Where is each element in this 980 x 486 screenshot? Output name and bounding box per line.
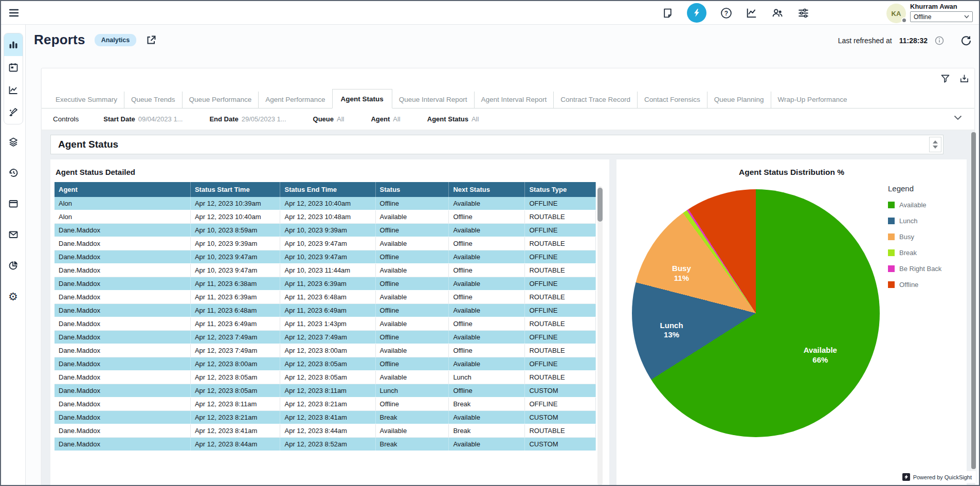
- legend-item-available[interactable]: Available: [888, 201, 965, 209]
- pie-chart[interactable]: Busy11% Lunch13% Available66%: [632, 189, 880, 437]
- table-row[interactable]: Dane.MaddoxApr 10, 2023 9:39amApr 10, 20…: [55, 237, 596, 250]
- table-cell: Lunch: [375, 384, 449, 398]
- column-header-status-end-time[interactable]: Status End Time: [280, 182, 375, 197]
- tab-executive-summary[interactable]: Executive Summary: [49, 92, 124, 108]
- table-row[interactable]: Dane.MaddoxApr 10, 2023 9:47amApr 10, 20…: [55, 250, 596, 264]
- controls-expand-icon[interactable]: [954, 115, 962, 120]
- section-spinner[interactable]: [929, 137, 941, 152]
- table-scrollbar-thumb[interactable]: [597, 188, 603, 222]
- tab-queue-interval-report[interactable]: Queue Interval Report: [392, 92, 474, 108]
- legend-label: Lunch: [899, 217, 917, 225]
- legend-item-busy[interactable]: Busy: [888, 233, 965, 241]
- hamburger-menu-icon[interactable]: [8, 7, 20, 19]
- table-cell: Offline: [449, 264, 525, 277]
- table-cell: Available: [375, 237, 449, 250]
- tab-queue-trends[interactable]: Queue Trends: [124, 92, 182, 108]
- last-refreshed-time: 11:28:32: [899, 37, 928, 45]
- note-icon[interactable]: [661, 7, 674, 19]
- sidebar-item-line-chart[interactable]: [4, 79, 23, 101]
- table-row[interactable]: Dane.MaddoxApr 11, 2023 6:49amApr 11, 20…: [55, 317, 596, 331]
- sidebar-item-history[interactable]: [4, 161, 23, 184]
- tab-contract-trace-record[interactable]: Contract Trace Record: [553, 92, 637, 108]
- table-cell: Alon: [55, 210, 190, 224]
- table-row[interactable]: Dane.MaddoxApr 12, 2023 8:05amApr 12, 20…: [55, 384, 596, 398]
- column-header-next-status[interactable]: Next Status: [449, 182, 525, 197]
- section-title: Agent Status: [58, 139, 118, 150]
- help-icon[interactable]: ?: [720, 7, 732, 19]
- sidebar-item-window[interactable]: [4, 192, 23, 215]
- control-agent[interactable]: AgentAll: [371, 115, 400, 123]
- sidebar-item-settings[interactable]: ⚙: [4, 285, 23, 308]
- sidebar-item-pie-chart[interactable]: [4, 254, 23, 277]
- window-scrollbar-thumb[interactable]: [971, 132, 976, 469]
- control-agent-status[interactable]: Agent StatusAll: [427, 115, 479, 123]
- sidebar-item-calendar[interactable]: [4, 56, 23, 79]
- table-cell: Apr 12, 2023 7:49am: [190, 331, 280, 344]
- pie-label-busy: Busy11%: [672, 264, 691, 283]
- table-row[interactable]: Dane.MaddoxApr 12, 2023 7:49amApr 12, 20…: [55, 344, 596, 357]
- table-row[interactable]: Dane.MaddoxApr 10, 2023 9:47amApr 10, 20…: [55, 264, 596, 277]
- presence-select[interactable]: Offline: [910, 11, 973, 22]
- sidebar-item-layers[interactable]: [4, 131, 23, 153]
- metrics-chart-icon[interactable]: [746, 7, 758, 19]
- realtime-metrics-icon[interactable]: [687, 3, 706, 23]
- tab-agent-interval-report[interactable]: Agent Interval Report: [474, 92, 554, 108]
- table-row[interactable]: Dane.MaddoxApr 12, 2023 7:49amApr 12, 20…: [55, 331, 596, 344]
- sheet-content: Agent Status Agent Status Detailed Agent…: [42, 130, 974, 485]
- users-icon[interactable]: [771, 7, 784, 19]
- column-header-status-type[interactable]: Status Type: [525, 182, 596, 197]
- table-cell: Apr 12, 2023 8:05am: [280, 371, 375, 384]
- column-header-agent[interactable]: Agent: [55, 182, 190, 197]
- tab-wrap-up-performance[interactable]: Wrap-Up Performance: [771, 92, 854, 108]
- column-header-status[interactable]: Status: [375, 182, 449, 197]
- legend-swatch: [888, 249, 895, 256]
- settings-sliders-icon[interactable]: [797, 7, 809, 19]
- browser-window-icon: [8, 199, 19, 209]
- download-icon[interactable]: [959, 74, 969, 83]
- tab-agent-status[interactable]: Agent Status: [332, 89, 392, 109]
- sidebar-item-mail[interactable]: [4, 223, 23, 246]
- column-header-status-start-time[interactable]: Status Start Time: [190, 182, 280, 197]
- table-row[interactable]: Dane.MaddoxApr 11, 2023 6:39amApr 11, 20…: [55, 291, 596, 304]
- legend-item-lunch[interactable]: Lunch: [888, 217, 965, 225]
- table-row[interactable]: Dane.MaddoxApr 12, 2023 8:21amApr 12, 20…: [55, 411, 596, 424]
- table-row[interactable]: AlonApr 12, 2023 10:40amApr 12, 2023 10:…: [55, 210, 596, 224]
- control-queue[interactable]: QueueAll: [313, 115, 344, 123]
- table-row[interactable]: Dane.MaddoxApr 12, 2023 8:41amApr 12, 20…: [55, 424, 596, 438]
- tab-agent-performance[interactable]: Agent Performance: [258, 92, 332, 108]
- external-link-icon[interactable]: [146, 34, 157, 46]
- avatar[interactable]: KA: [886, 4, 906, 23]
- tab-contact-forensics[interactable]: Contact Forensics: [637, 92, 707, 108]
- control-end-date[interactable]: End Date29/05/2023 1...: [209, 115, 286, 123]
- table-cell: Offline: [375, 197, 449, 210]
- table-row[interactable]: Dane.MaddoxApr 10, 2023 8:59amApr 10, 20…: [55, 224, 596, 237]
- refresh-icon[interactable]: [960, 35, 972, 46]
- spinner-down-icon[interactable]: [933, 146, 938, 149]
- legend-item-break[interactable]: Break: [888, 249, 965, 257]
- table-row[interactable]: Dane.MaddoxApr 11, 2023 6:48amApr 11, 20…: [55, 304, 596, 317]
- info-icon[interactable]: [935, 36, 944, 45]
- control-start-date[interactable]: Start Date09/04/2023 1...: [103, 115, 183, 123]
- table-cell: Apr 10, 2023 9:39am: [190, 237, 280, 250]
- tab-queue-planning[interactable]: Queue Planning: [707, 92, 771, 108]
- table-cell: Break: [449, 398, 525, 411]
- sidebar-item-themes[interactable]: [4, 101, 23, 124]
- table-row[interactable]: Dane.MaddoxApr 11, 2023 6:38amApr 11, 20…: [55, 277, 596, 291]
- table-cell: Available: [375, 210, 449, 224]
- filter-icon[interactable]: [940, 74, 950, 83]
- tab-queue-performance[interactable]: Queue Performance: [182, 92, 259, 108]
- legend-item-be-right-back[interactable]: Be Right Back: [888, 265, 965, 273]
- table-row[interactable]: Dane.MaddoxApr 12, 2023 8:00amApr 12, 20…: [55, 357, 596, 371]
- table-cell: Apr 11, 2023 6:49am: [190, 317, 280, 331]
- table-row[interactable]: Dane.MaddoxApr 12, 2023 8:11amApr 12, 20…: [55, 398, 596, 411]
- layers-icon: [8, 137, 19, 147]
- spinner-up-icon[interactable]: [933, 140, 938, 143]
- table-row[interactable]: AlonApr 12, 2023 10:39amApr 12, 2023 10:…: [55, 197, 596, 210]
- table-row[interactable]: Dane.MaddoxApr 12, 2023 8:05amApr 12, 20…: [55, 371, 596, 384]
- control-label: Queue: [313, 115, 334, 123]
- table-row[interactable]: Dane.MaddoxApr 12, 2023 8:44amApr 12, 20…: [55, 438, 596, 451]
- table-cell: Apr 12, 2023 7:49am: [190, 344, 280, 357]
- sidebar-item-bar-chart[interactable]: [4, 33, 23, 56]
- legend-item-offline[interactable]: Offline: [888, 281, 965, 289]
- control-value: All: [393, 115, 400, 123]
